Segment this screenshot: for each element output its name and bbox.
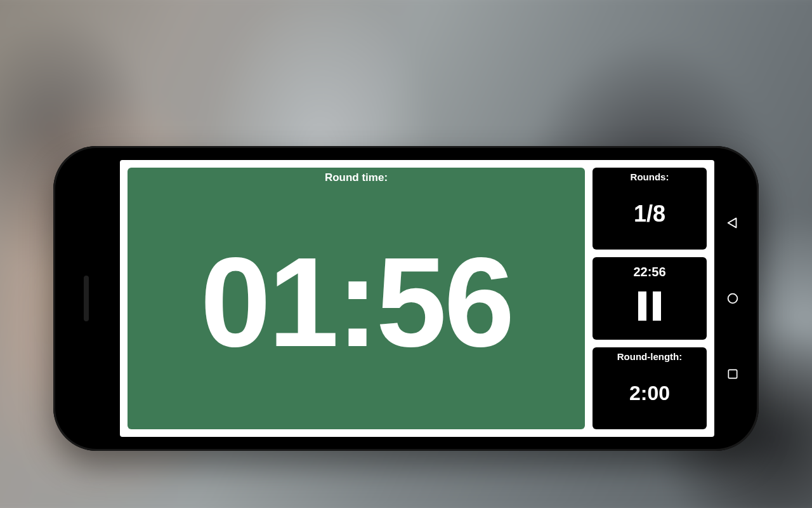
app-screen: Round time: 01:56 Rounds: 1/8 22:56 — [120, 160, 714, 437]
pause-icon — [636, 290, 664, 324]
svg-rect-1 — [653, 291, 661, 321]
nav-recents-button[interactable] — [724, 365, 742, 383]
svg-rect-3 — [728, 370, 737, 378]
phone-frame: Round time: 01:56 Rounds: 1/8 22:56 — [53, 146, 759, 451]
rounds-card[interactable]: Rounds: 1/8 — [593, 168, 707, 250]
rounds-value: 1/8 — [634, 178, 665, 250]
svg-rect-0 — [638, 291, 646, 321]
nav-home-button[interactable] — [724, 290, 742, 307]
side-column: Rounds: 1/8 22:56 Round-length: 2:00 — [593, 168, 707, 429]
round-time-panel: Round time: 01:56 — [128, 168, 585, 429]
round-length-card[interactable]: Round-length: 2:00 — [593, 347, 707, 429]
pause-card[interactable]: 22:56 — [593, 257, 707, 339]
svg-point-2 — [728, 294, 738, 304]
android-navbar — [718, 160, 747, 437]
nav-back-button[interactable] — [724, 214, 742, 232]
round-time-value: 01:56 — [200, 175, 513, 429]
round-length-value: 2:00 — [629, 358, 670, 429]
